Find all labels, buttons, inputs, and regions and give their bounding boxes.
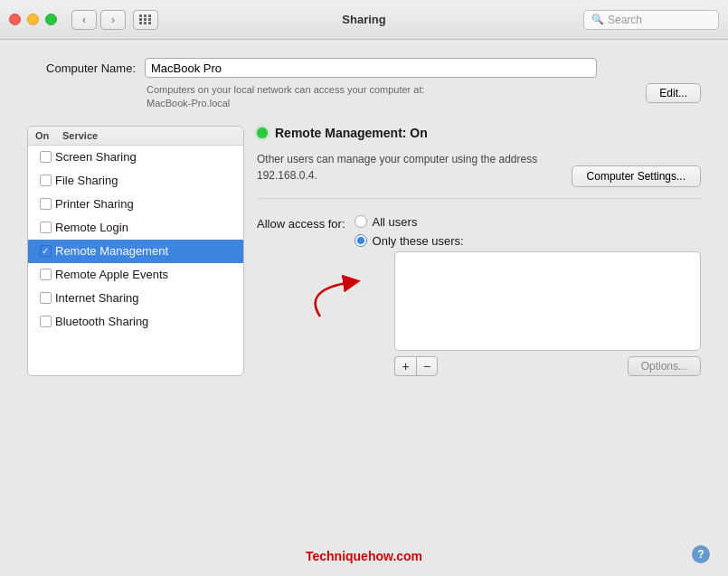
checkbox-internet-sharing[interactable]: [35, 292, 55, 304]
add-button[interactable]: +: [394, 356, 416, 376]
desc-settings-row: Other users can manage your computer usi…: [257, 151, 701, 187]
footer-text: Techniquehow.com: [306, 549, 422, 563]
list-item-bluetooth-sharing[interactable]: Bluetooth Sharing: [28, 310, 243, 334]
checkbox-icon-internet-sharing: [40, 292, 52, 304]
search-icon: 🔍: [591, 14, 604, 25]
close-button[interactable]: [9, 14, 21, 25]
nav-buttons: ‹ ›: [71, 10, 126, 30]
status-dot: [257, 127, 268, 138]
item-label-printer-sharing: Printer Sharing: [55, 197, 236, 211]
users-list-box: [394, 251, 701, 351]
list-item-internet-sharing[interactable]: Internet Sharing: [28, 287, 243, 310]
help-button[interactable]: ?: [692, 545, 710, 563]
list-item-screen-sharing[interactable]: Screen Sharing: [28, 146, 243, 169]
computer-settings-button[interactable]: Computer Settings...: [572, 165, 701, 187]
item-label-remote-apple-events: Remote Apple Events: [55, 268, 236, 281]
computer-name-label: Computer Name:: [27, 61, 136, 75]
checkbox-remote-apple-events[interactable]: [35, 269, 55, 280]
checkbox-icon-printer-sharing: [40, 198, 52, 210]
footer: Techniquehow.com: [0, 549, 728, 563]
service-list-panel: On Service Screen Sharing File Sharing: [27, 126, 244, 376]
search-box[interactable]: 🔍: [583, 10, 719, 30]
radio-all-users-label: All users: [373, 215, 418, 229]
back-button[interactable]: ‹: [71, 10, 97, 30]
forward-button[interactable]: ›: [100, 10, 126, 30]
add-remove-buttons: + −: [394, 356, 438, 376]
list-item-remote-login[interactable]: Remote Login: [28, 216, 243, 240]
traffic-lights: [9, 14, 57, 25]
checkbox-file-sharing[interactable]: [35, 175, 55, 186]
list-header: On Service: [28, 127, 243, 146]
status-description: Other users can manage your computer usi…: [257, 151, 537, 184]
item-label-bluetooth-sharing: Bluetooth Sharing: [55, 315, 236, 328]
remove-button[interactable]: −: [416, 356, 438, 376]
maximize-button[interactable]: [45, 14, 57, 25]
header-on: On: [35, 130, 62, 141]
checkbox-printer-sharing[interactable]: [35, 198, 55, 210]
status-title: Remote Management: On: [275, 126, 428, 140]
options-button[interactable]: Options...: [628, 356, 701, 376]
radio-only-these-label: Only these users:: [373, 234, 464, 248]
checkbox-icon-remote-login: [40, 222, 52, 233]
header-service: Service: [62, 130, 98, 141]
checkbox-icon-file-sharing: [40, 175, 52, 186]
checkbox-remote-management[interactable]: ✓: [35, 245, 55, 257]
allow-row: Allow access for: All users Only these u…: [257, 215, 701, 248]
radio-only-these-row[interactable]: Only these users:: [355, 234, 464, 248]
checkbox-icon-bluetooth-sharing: [40, 316, 52, 327]
minimize-button[interactable]: [27, 14, 39, 25]
list-item-file-sharing[interactable]: File Sharing: [28, 169, 243, 193]
checkbox-remote-login[interactable]: [35, 222, 55, 233]
computer-name-row: Computer Name:: [27, 58, 701, 78]
item-label-screen-sharing: Screen Sharing: [55, 150, 236, 164]
grid-view-button[interactable]: [133, 10, 158, 30]
item-label-remote-login: Remote Login: [55, 221, 236, 234]
search-input[interactable]: [608, 14, 711, 26]
item-label-internet-sharing: Internet Sharing: [55, 291, 236, 305]
computer-name-input[interactable]: [145, 58, 597, 78]
radio-all-users-row[interactable]: All users: [355, 215, 464, 229]
status-row: Remote Management: On: [257, 126, 701, 140]
users-list-section: + − Options...: [394, 251, 701, 376]
list-item-remote-management[interactable]: ✓ Remote Management: [28, 240, 243, 263]
list-item-remote-apple-events[interactable]: Remote Apple Events: [28, 263, 243, 287]
radio-all-users[interactable]: [355, 215, 367, 228]
bottom-row: + − Options...: [394, 356, 701, 376]
list-item-printer-sharing[interactable]: Printer Sharing: [28, 193, 243, 216]
window-title: Sharing: [342, 13, 385, 26]
radio-options: All users Only these users:: [355, 215, 464, 248]
item-label-remote-management: Remote Management: [55, 244, 236, 258]
allow-section-wrapper: Allow access for: All users Only these u…: [257, 210, 701, 376]
grid-icon: [139, 14, 152, 24]
computer-name-subtext: Computers on your local network can acce…: [147, 83, 701, 111]
radio-only-these[interactable]: [355, 234, 367, 247]
checkbox-bluetooth-sharing[interactable]: [35, 316, 55, 327]
edit-button[interactable]: Edit...: [646, 83, 701, 103]
titlebar: ‹ › Sharing 🔍: [0, 0, 728, 40]
checkbox-icon-screen-sharing: [40, 151, 52, 163]
computer-name-desc: Computers on your local network can acce…: [147, 83, 425, 111]
detail-panel: Remote Management: On Other users can ma…: [257, 126, 701, 376]
checkbox-screen-sharing[interactable]: [35, 151, 55, 163]
item-label-file-sharing: File Sharing: [55, 174, 236, 187]
allow-label: Allow access for:: [257, 215, 345, 231]
checkbox-icon-remote-apple-events: [40, 269, 52, 280]
divider: [257, 198, 701, 199]
main-content: Computer Name: Computers on your local n…: [0, 40, 728, 394]
panels: On Service Screen Sharing File Sharing: [27, 126, 701, 376]
checkbox-icon-remote-management: ✓: [40, 245, 52, 257]
